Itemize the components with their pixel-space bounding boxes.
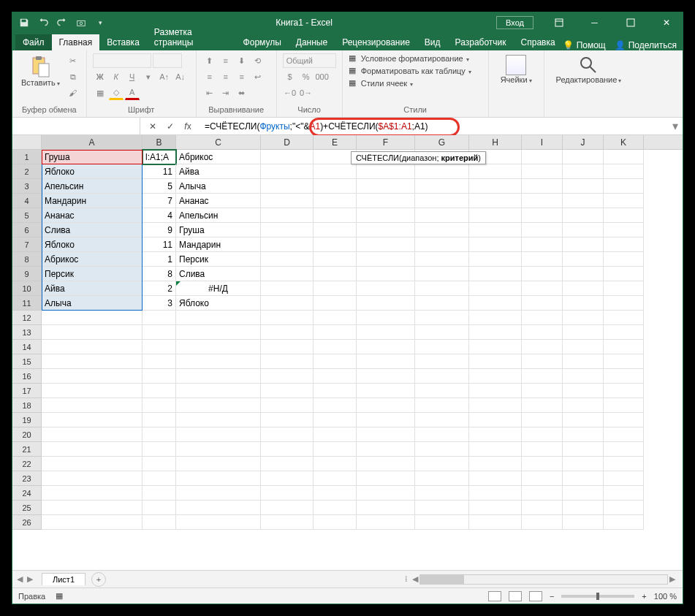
cell[interactable] [469,471,522,486]
hscroll-right-icon[interactable]: ▶ [668,574,675,584]
row-header[interactable]: 8 [12,252,42,267]
cell[interactable] [143,413,176,427]
cell[interactable] [357,369,415,384]
cell[interactable] [143,501,176,515]
cell[interactable] [469,427,522,442]
cell[interactable] [261,281,314,296]
cell[interactable] [469,340,522,354]
cell[interactable]: 9 [143,223,176,237]
cell[interactable] [143,427,176,442]
cell[interactable] [415,267,469,281]
login-button[interactable]: Вход [496,16,533,29]
fx-icon[interactable]: fx [180,119,196,134]
cell[interactable] [522,515,563,530]
cell[interactable] [522,164,563,179]
zoom-in-icon[interactable]: + [642,592,646,601]
cell[interactable] [604,194,644,208]
cell[interactable] [357,223,415,237]
tab-file[interactable]: Файл [15,34,52,50]
cell[interactable]: 7 [143,194,176,208]
paste-button[interactable]: Вставить [18,53,63,88]
cell[interactable]: Абрикос [42,252,143,267]
cell[interactable] [261,515,314,530]
cell[interactable] [563,471,604,486]
cell[interactable] [604,515,644,530]
cell[interactable] [415,515,469,530]
underline-button[interactable]: Ч [125,69,140,84]
cell[interactable] [357,398,415,413]
sheet-tab[interactable]: Лист1 [42,573,86,585]
cell[interactable] [261,398,314,413]
cell[interactable] [357,471,415,486]
cell[interactable] [469,501,522,515]
cell[interactable] [176,427,261,442]
cell[interactable] [563,208,604,223]
zoom-out-icon[interactable]: − [550,592,554,601]
wrap-text-icon[interactable]: ↩ [251,69,265,84]
cell[interactable]: 8 [143,267,176,281]
cell[interactable] [261,194,314,208]
formula-expand-icon[interactable]: ▾ [668,119,683,133]
col-header[interactable]: E [314,135,357,149]
cell[interactable] [522,354,563,369]
indent-decrease-icon[interactable]: ⇤ [202,85,217,100]
col-header[interactable]: C [176,135,261,149]
cell[interactable] [522,296,563,311]
cell[interactable] [604,281,644,296]
cell[interactable] [143,311,176,325]
cell[interactable] [469,208,522,223]
cell[interactable] [415,442,469,457]
view-pagebreak-icon[interactable] [529,591,542,601]
cell[interactable]: 5 [143,179,176,194]
cell[interactable] [314,457,357,471]
formula-bar[interactable]: =СЧЁТЕСЛИ(Фрукты;"<"&A1)+СЧЁТЕСЛИ($A$1:A… [200,120,668,133]
cell[interactable] [604,457,644,471]
cell[interactable] [522,179,563,194]
spreadsheet-grid[interactable]: ABCDEFGHIJK 1Грушаl:A1;AАбрикос2Яблоко11… [12,135,683,570]
cell[interactable] [261,340,314,354]
cell[interactable] [563,457,604,471]
cell[interactable] [604,311,644,325]
cell[interactable] [415,471,469,486]
cell[interactable] [469,179,522,194]
cell[interactable] [563,427,604,442]
cell[interactable] [415,354,469,369]
cell[interactable] [469,486,522,501]
cell[interactable]: Ананас [176,194,261,208]
cell[interactable] [522,457,563,471]
tab-help[interactable]: Справка [514,34,563,50]
undo-icon[interactable] [37,17,49,28]
cell[interactable] [522,237,563,252]
tab-review[interactable]: Рецензирование [335,34,417,50]
row-header[interactable]: 18 [12,398,42,413]
cell[interactable] [415,208,469,223]
cell[interactable]: Апельсин [176,208,261,223]
cell[interactable] [469,515,522,530]
cell[interactable] [604,369,644,384]
cell[interactable] [314,486,357,501]
maximize-button[interactable] [614,12,647,33]
cell[interactable] [42,369,143,384]
cell[interactable] [563,413,604,427]
cell[interactable] [469,296,522,311]
cell[interactable] [563,179,604,194]
macro-record-icon[interactable]: ▦ [56,591,63,601]
merge-icon[interactable]: ⬌ [235,85,249,100]
cell[interactable] [604,223,644,237]
col-header[interactable]: G [415,135,469,149]
cell[interactable] [261,325,314,340]
tab-developer[interactable]: Разработчик [448,34,514,50]
cell[interactable] [522,208,563,223]
cell[interactable]: Груша [42,150,143,164]
view-normal-icon[interactable] [488,591,501,601]
cell[interactable] [314,281,357,296]
cell[interactable]: Яблоко [42,237,143,252]
cell[interactable] [314,515,357,530]
border-icon[interactable]: ▦ [93,85,107,100]
row-header[interactable]: 11 [12,296,42,311]
row-header[interactable]: 1 [12,150,42,164]
cell[interactable]: 4 [143,208,176,223]
cell[interactable] [563,237,604,252]
col-header[interactable]: D [261,135,314,149]
cell[interactable] [314,369,357,384]
